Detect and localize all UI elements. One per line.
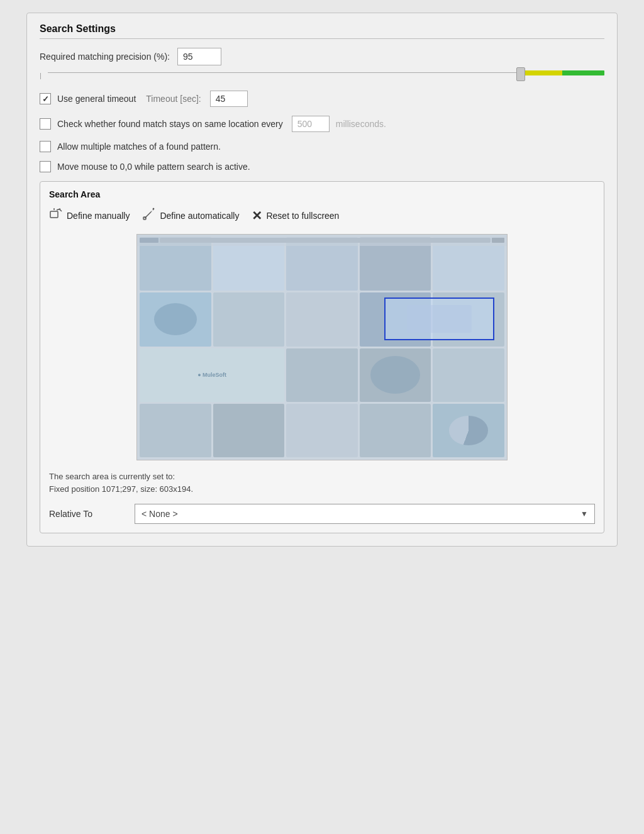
preview-grid: ● MuleSoft xyxy=(140,237,504,457)
allow-multiple-row: Allow multiple matches of a found patter… xyxy=(40,141,604,152)
topbar-tab xyxy=(140,238,158,243)
grid-cell xyxy=(433,404,504,457)
svg-rect-0 xyxy=(50,211,58,218)
check-stay-label: Check whether found match stays on same … xyxy=(57,119,283,129)
define-manually-button[interactable]: Define manually xyxy=(49,207,130,224)
chart-icon xyxy=(449,416,488,445)
info-line2: Fixed position 1071;297, size: 603x194. xyxy=(49,484,193,494)
slider-thumb[interactable] xyxy=(516,67,525,81)
slider-container[interactable] xyxy=(48,69,604,82)
timeout-sec-label: Timeout [sec]: xyxy=(146,94,201,104)
reset-fullscreen-button[interactable]: ✕ Reset to fullscreen xyxy=(252,208,339,223)
search-area-box: Search Area Define manually xyxy=(40,181,604,533)
slider-track-bg xyxy=(48,72,604,73)
allow-multiple-label: Allow multiple matches of a found patter… xyxy=(57,142,221,152)
highlight-box xyxy=(384,297,494,340)
grid-cell xyxy=(213,404,285,457)
panel-title: Search Settings xyxy=(40,23,604,39)
slider-row: | xyxy=(40,69,604,82)
preview-container: ● MuleSoft xyxy=(49,234,595,460)
grid-cell xyxy=(286,348,358,402)
timeout-input[interactable] xyxy=(210,91,248,107)
reset-icon: ✕ xyxy=(252,208,262,223)
cell-icon xyxy=(370,356,421,394)
mulesoft-cell: ● MuleSoft xyxy=(140,348,284,402)
move-mouse-checkbox[interactable] xyxy=(40,161,51,172)
move-mouse-row: Move mouse to 0,0 while pattern search i… xyxy=(40,161,604,172)
relative-to-select[interactable]: < None > ▼ xyxy=(135,504,595,524)
move-mouse-label: Move mouse to 0,0 while pattern search i… xyxy=(57,162,250,172)
precision-row: Required matching precision (%): xyxy=(40,48,604,65)
checkmark-icon: ✓ xyxy=(42,94,49,104)
preview-image: ● MuleSoft xyxy=(136,234,508,460)
define-manually-icon xyxy=(49,207,63,224)
topbar-urlbar xyxy=(160,238,491,243)
cell-icon xyxy=(154,303,197,335)
check-stay-row: Check whether found match stays on same … xyxy=(40,116,604,132)
define-automatically-button[interactable]: Define automatically xyxy=(142,207,239,224)
grid-cell xyxy=(433,348,504,402)
use-general-timeout-checkbox[interactable]: ✓ xyxy=(40,93,51,104)
slider-min-tick: | xyxy=(40,72,42,79)
check-stay-checkbox[interactable] xyxy=(40,118,51,130)
tick-marks xyxy=(48,69,604,75)
use-general-timeout-label: Use general timeout xyxy=(57,94,136,104)
grid-cell xyxy=(286,404,358,457)
slider-colored-end xyxy=(521,70,604,75)
grid-cell xyxy=(213,292,285,346)
highlight-inner xyxy=(407,305,472,333)
ms-input[interactable] xyxy=(292,116,330,132)
mulesoft-label: ● MuleSoft xyxy=(197,372,226,378)
main-panel: Search Settings Required matching precis… xyxy=(26,13,618,547)
highlight-content xyxy=(386,299,493,339)
preview-topbar xyxy=(137,235,507,246)
grid-cell xyxy=(140,292,211,346)
use-general-timeout-row: ✓ Use general timeout Timeout [sec]: xyxy=(40,91,604,107)
allow-multiple-checkbox[interactable] xyxy=(40,141,51,152)
relative-to-row: Relative To < None > ▼ xyxy=(49,504,595,524)
topbar-btn xyxy=(492,238,504,243)
grid-cell xyxy=(286,292,358,346)
grid-cell xyxy=(360,348,431,402)
info-line1: The search area is currently set to: xyxy=(49,472,175,481)
define-automatically-icon xyxy=(142,207,156,224)
info-text: The search area is currently set to: Fix… xyxy=(49,470,595,495)
define-automatically-label: Define automatically xyxy=(160,211,239,221)
precision-input[interactable] xyxy=(177,48,221,65)
grid-cell xyxy=(140,404,211,457)
relative-to-value: < None > xyxy=(142,509,178,519)
ms-label: milliseconds. xyxy=(336,119,386,129)
svg-line-5 xyxy=(151,209,153,212)
define-manually-label: Define manually xyxy=(67,211,130,221)
search-area-actions: Define manually Define automatically ✕ xyxy=(49,207,595,224)
dropdown-arrow-icon: ▼ xyxy=(580,509,588,518)
precision-label: Required matching precision (%): xyxy=(40,52,170,62)
relative-to-label: Relative To xyxy=(49,509,125,519)
grid-cell xyxy=(360,404,431,457)
search-area-title: Search Area xyxy=(49,189,595,199)
reset-fullscreen-label: Reset to fullscreen xyxy=(266,211,339,221)
